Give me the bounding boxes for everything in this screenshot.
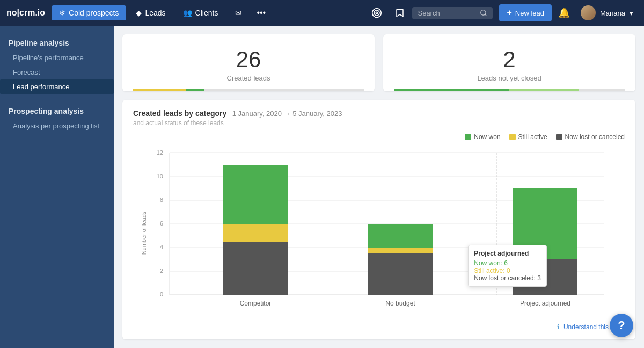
legend-active-label: Still active	[518, 133, 547, 141]
bar-nobudget-active	[368, 248, 433, 253]
new-lead-label: New lead	[515, 9, 544, 17]
email-icon: ✉	[235, 9, 241, 17]
chart-card: Created leads by category 1 January, 202…	[122, 100, 635, 339]
chart-area: 0 2 4 6 8 10 12 Number of leads	[133, 147, 625, 319]
svg-point-3	[481, 10, 486, 15]
leads-not-closed-number: 2	[394, 47, 625, 72]
tooltip-now-won: Now won: 6	[474, 259, 541, 267]
created-leads-label: Created leads	[133, 74, 364, 82]
cold-prospects-icon: ❄	[59, 9, 65, 17]
chart-title: Created leads by category	[133, 109, 226, 118]
tooltip-now-lost: Now lost or canceled: 3	[474, 274, 541, 282]
bar-adjourned-label: Project adjourned	[520, 300, 570, 307]
tooltip-now-won-label: Now won:	[474, 259, 502, 267]
leads-not-closed-label: Leads not yet closed	[394, 74, 625, 82]
svg-point-2	[376, 12, 378, 13]
tooltip-now-lost-value: 3	[537, 274, 541, 282]
understand-chart-link[interactable]: ℹ Understand this chart	[133, 323, 625, 331]
nav-tab-cold-prospects-label: Cold prospects	[69, 9, 119, 17]
bar-competitor-label: Competitor	[240, 300, 272, 307]
legend-still-active: Still active	[509, 133, 547, 141]
bar-green-seg2	[394, 89, 509, 91]
svg-point-1	[374, 10, 379, 16]
tooltip-now-lost-label: Now lost or canceled:	[474, 274, 536, 282]
bar-light-green-seg	[509, 89, 579, 91]
tooltip-now-won-value: 6	[504, 259, 508, 267]
bar-nobudget-lost	[368, 253, 433, 295]
search-icon	[480, 9, 487, 17]
clients-icon: 👥	[183, 9, 192, 17]
chart-header: Created leads by category 1 January, 202…	[133, 108, 625, 127]
avatar	[581, 5, 596, 20]
svg-text:0: 0	[160, 291, 163, 298]
bookmark-icon-button[interactable]	[390, 4, 410, 21]
sidebar-item-pipelines-performance[interactable]: Pipeline's performance	[0, 50, 114, 65]
new-lead-button[interactable]: + New lead	[499, 4, 552, 21]
svg-text:2: 2	[160, 267, 163, 274]
leads-icon: ◆	[136, 9, 142, 17]
nav-tab-cold-prospects[interactable]: ❄ Cold prospects	[52, 5, 126, 20]
stat-card-created-leads: 26 Created leads	[122, 34, 375, 91]
bar-competitor-active	[223, 224, 288, 242]
legend-won-label: Now won	[474, 133, 500, 141]
more-menu-button[interactable]: •••	[251, 5, 271, 21]
chart-tooltip: Project adjourned Now won: 6 Still activ…	[468, 245, 547, 287]
info-icon: ℹ	[557, 323, 560, 331]
bar-gray-seg	[204, 89, 364, 91]
legend-lost-label: Now lost or canceled	[565, 133, 625, 141]
tooltip-title: Project adjourned	[474, 250, 541, 257]
legend-lost-dot	[556, 134, 562, 140]
nav-tab-email[interactable]: ✉	[228, 5, 249, 20]
sidebar-section-pipeline-analysis: Pipeline analysis	[0, 34, 114, 50]
tooltip-still-active-value: 0	[507, 267, 510, 274]
user-name: Mariana	[600, 9, 625, 17]
svg-text:12: 12	[157, 149, 163, 156]
chart-legend: Now won Still active Now lost or cancele…	[133, 133, 625, 141]
bar-nobudget-won	[368, 224, 433, 248]
bar-green-seg	[186, 89, 204, 91]
legend-now-lost: Now lost or canceled	[556, 133, 625, 141]
sidebar-section-prospecting-analysis: Prospecting analysis	[0, 103, 114, 119]
main-content: 26 Created leads 2 Leads not yet closed	[114, 26, 644, 348]
sidebar: Pipeline analysis Pipeline's performance…	[0, 26, 114, 348]
created-leads-bar	[133, 89, 364, 91]
sidebar-item-forecast[interactable]: Forecast	[0, 65, 114, 79]
tooltip-still-active-label: Still active:	[474, 267, 504, 274]
chart-date-range: 1 January, 2020 → 5 January, 2023	[232, 110, 342, 118]
svg-text:10: 10	[157, 173, 163, 179]
top-navigation: no|crm.io ❄ Cold prospects ◆ Leads 👥 Cli…	[0, 0, 644, 26]
chart-subtitle: and actual status of these leads	[133, 119, 625, 127]
stat-cards: 26 Created leads 2 Leads not yet closed	[122, 34, 635, 91]
nav-tab-clients-label: Clients	[195, 9, 218, 17]
bar-competitor-won	[223, 165, 288, 224]
nav-tab-clients[interactable]: 👥 Clients	[175, 5, 226, 20]
search-box[interactable]	[412, 7, 493, 19]
bar-nobudget-label: No budget	[385, 300, 415, 307]
sidebar-item-analysis-per-prospecting-list[interactable]: Analysis per prospecting list	[0, 119, 114, 133]
search-input[interactable]	[418, 9, 477, 17]
notification-bell-button[interactable]: 🔔	[554, 7, 574, 19]
nav-tab-leads[interactable]: ◆ Leads	[128, 5, 173, 20]
svg-text:Number of leads: Number of leads	[141, 211, 147, 255]
sidebar-item-lead-performance[interactable]: Lead performance	[0, 79, 114, 94]
main-layout: Pipeline analysis Pipeline's performance…	[0, 26, 644, 348]
plus-icon: +	[507, 8, 511, 18]
help-button[interactable]: ?	[610, 314, 633, 337]
legend-won-dot	[465, 134, 471, 140]
bar-chart-svg: 0 2 4 6 8 10 12 Number of leads	[133, 147, 625, 319]
svg-text:8: 8	[160, 197, 163, 203]
svg-text:4: 4	[160, 244, 163, 250]
svg-text:6: 6	[160, 220, 163, 227]
target-icon-button[interactable]	[366, 4, 387, 21]
svg-line-4	[485, 15, 487, 16]
legend-active-dot	[509, 134, 516, 140]
app-logo: no|crm.io	[6, 8, 45, 18]
user-menu[interactable]: Mariana ▾	[576, 5, 638, 20]
created-leads-number: 26	[133, 47, 364, 72]
leads-not-closed-bar	[394, 89, 625, 91]
user-menu-chevron-icon: ▾	[630, 9, 633, 17]
bar-competitor-lost	[223, 242, 288, 295]
legend-now-won: Now won	[465, 133, 500, 141]
stat-card-leads-not-closed: 2 Leads not yet closed	[383, 34, 635, 91]
tooltip-still-active: Still active: 0	[474, 267, 541, 274]
